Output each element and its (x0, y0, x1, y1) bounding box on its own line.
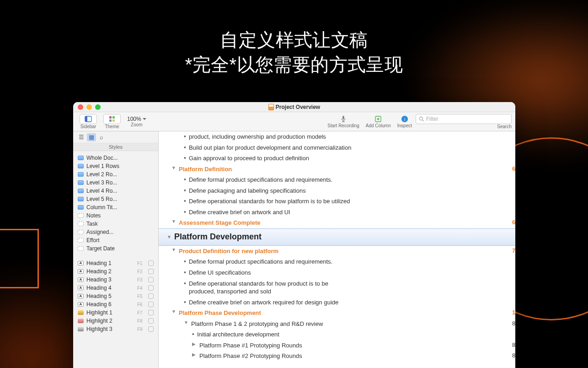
zoom-control[interactable]: 100% Zoom (124, 116, 149, 127)
outline-item[interactable]: • Build out plan for product development… (159, 142, 515, 153)
named-style-icon: A (78, 294, 84, 298)
style-checkbox[interactable] (148, 310, 154, 315)
style-named-row[interactable]: A Heading 5 F5 (73, 292, 158, 300)
svg-rect-2 (109, 116, 112, 119)
outline-view[interactable]: • product, including ownership and produ… (159, 131, 515, 368)
outline-item[interactable]: • Gain approval to proceed to product de… (159, 153, 515, 164)
outline-group[interactable]: ▼ Product Definition for new platform 7/… (159, 246, 515, 257)
style-named-row[interactable]: Highlight 1 F7 (73, 308, 158, 317)
style-level-row[interactable]: Column Tit... (73, 203, 158, 211)
bullet-icon: • (184, 187, 186, 194)
style-checkbox[interactable] (148, 260, 154, 266)
style-shortcut: F9 (137, 327, 145, 332)
style-level-row[interactable]: Whole Doc... (73, 154, 158, 162)
bullet-icon: • (184, 197, 186, 205)
outline-item[interactable]: • product, including ownership and produ… (159, 131, 515, 142)
disclosure-triangle-icon[interactable]: ▶ (192, 341, 197, 346)
svg-rect-6 (342, 116, 344, 119)
style-checkbox[interactable] (148, 269, 154, 274)
item-text: Define creative brief on artwork require… (189, 298, 338, 307)
style-checkbox[interactable] (148, 318, 154, 324)
outline-item[interactable]: • Define formal product specifications a… (159, 256, 515, 267)
zoom-value[interactable]: 100% (127, 116, 146, 122)
style-checkbox[interactable] (148, 293, 154, 299)
bullet-icon: • (184, 258, 186, 265)
disclosure-triangle-icon[interactable]: ▶ (192, 352, 197, 357)
style-named-row[interactable]: A Heading 2 F2 (73, 267, 158, 276)
bullet-icon: • (184, 144, 186, 151)
style-level-row[interactable]: Level 5 Ro... (73, 195, 158, 203)
sidebar-tab-search[interactable]: ⌕ (97, 133, 106, 141)
styles-list: Whole Doc... Level 1 Rows Level 2 Ro... … (73, 151, 158, 336)
disclosure-triangle-icon[interactable]: ▼ (184, 320, 188, 325)
outline-group[interactable]: ▼ Platform Phase Development 11/1/21 (159, 308, 515, 319)
sidebar-tab-1[interactable]: ☰ (77, 133, 86, 141)
outline-item[interactable]: • Define operational standards for how p… (159, 278, 515, 297)
level-icon (78, 189, 84, 193)
outline-group[interactable]: ▼ Platform Definition 6/15/21 (159, 164, 515, 175)
style-column-row[interactable]: Effort (73, 236, 158, 244)
item-text: Platform Phase #1 Prototyping Rounds (199, 341, 302, 350)
outline-item[interactable]: ▶ Platform Phase #1 Prototyping Rounds 8… (159, 340, 515, 351)
filter-input[interactable]: Filter (416, 114, 512, 124)
zoom-label: Zoom (131, 122, 143, 127)
section-title: Platform Development (174, 232, 262, 242)
outline-item[interactable]: ▶ Platform Phase #2 Prototyping Rounds 8… (159, 351, 515, 362)
theme-button[interactable]: Theme (101, 114, 123, 129)
add-column-button[interactable]: Add Column (363, 115, 394, 128)
style-level-row[interactable]: Level 1 Rows (73, 162, 158, 170)
style-level-row[interactable]: Level 2 Ro... (73, 170, 158, 179)
style-named-row[interactable]: A Heading 1 F1 (73, 259, 158, 267)
style-named-row[interactable]: A Heading 4 F4 (73, 284, 158, 292)
item-text: Define creative brief on artwork and UI (189, 208, 290, 216)
outline-item[interactable]: • Define creative brief on artwork and U… (159, 207, 515, 218)
style-checkbox[interactable] (148, 326, 154, 332)
disclosure-triangle-icon[interactable]: ▼ (171, 247, 176, 252)
style-shortcut: F8 (137, 319, 145, 324)
disclosure-triangle-icon[interactable]: ▼ (171, 165, 176, 170)
disclosure-triangle-icon[interactable]: ▼ (167, 234, 171, 239)
level-icon (78, 156, 84, 160)
level-icon (78, 197, 84, 201)
sidebar-tab-styles[interactable]: ▦ (87, 133, 96, 141)
microphone-icon (339, 115, 347, 123)
style-named-row[interactable]: Highlight 3 F9 (73, 325, 158, 333)
outline-item[interactable]: • Define operational standards for how p… (159, 196, 515, 207)
style-checkbox[interactable] (148, 277, 154, 282)
start-recording-button[interactable]: Start Recording (325, 115, 362, 128)
outline-item[interactable]: • Define packaging and labeling specific… (159, 185, 515, 196)
item-text: Define operational standards for how pla… (189, 197, 350, 206)
disclosure-triangle-icon[interactable]: ▼ (171, 219, 176, 224)
sidebar-toggle[interactable]: Sidebar (77, 114, 100, 129)
outline-item[interactable]: ▼ Platform Phase 1 & 2 prototyping and R… (159, 319, 515, 330)
level-icon (78, 180, 84, 185)
style-column-row[interactable]: Target Date (73, 244, 158, 253)
outline-item[interactable]: • Define formal product specifications a… (159, 174, 515, 185)
outline-item[interactable]: • Initial architecture development Keith… (159, 329, 515, 340)
column-icon (78, 230, 84, 234)
style-label: Heading 2 (86, 268, 134, 275)
decorative-square (0, 229, 39, 288)
style-level-row[interactable]: Level 4 Ro... (73, 187, 158, 195)
column-icon (78, 222, 84, 226)
style-checkbox[interactable] (148, 285, 154, 291)
style-named-row[interactable]: Highlight 2 F8 (73, 317, 158, 325)
style-column-row[interactable]: Notes (73, 211, 158, 220)
outline-section[interactable]: ▼ Platform Development (159, 228, 515, 246)
style-named-row[interactable]: A Heading 3 F3 (73, 276, 158, 284)
style-column-row[interactable]: Task (73, 220, 158, 228)
outline-group[interactable]: ▼ Assessment Stage Complete 6/15/21 (159, 217, 515, 228)
level-icon (78, 164, 84, 168)
outline-item[interactable]: • Define UI specifications Blake Duncan (159, 267, 515, 278)
style-checkbox[interactable] (148, 302, 154, 307)
style-named-row[interactable]: A Heading 6 F6 (73, 300, 158, 308)
style-label: Highlight 2 (86, 318, 134, 324)
styles-sidebar: ☰ ▦ ⌕ Styles Whole Doc... Level 1 Rows L… (73, 131, 159, 368)
outline-item[interactable]: • Define creative brief on artwork requi… (159, 297, 515, 308)
style-column-row[interactable]: Assigned... (73, 228, 158, 236)
style-label: Task (86, 221, 154, 227)
style-level-row[interactable]: Level 3 Ro... (73, 179, 158, 187)
inspect-button[interactable]: i Inspect (395, 115, 415, 128)
headline-line-2: *完全*以您需要的方式呈现 (0, 52, 588, 77)
disclosure-triangle-icon[interactable]: ▼ (171, 309, 176, 314)
